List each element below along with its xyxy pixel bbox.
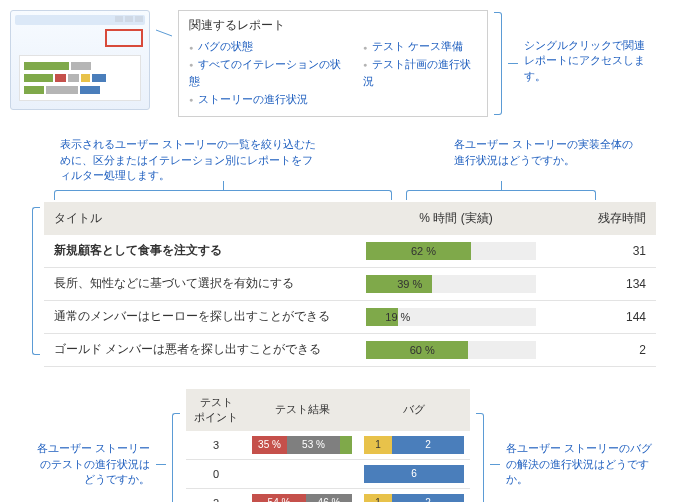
callout-bug-progress: 各ユーザー ストーリーのバグの解決の進行状況はどうですか。 bbox=[506, 441, 656, 487]
col-test-points: テスト ポイント bbox=[186, 389, 246, 431]
story-title: 長所、知性などに基づいて選択を有効にする bbox=[44, 267, 356, 300]
table-row: 254 %46 %12 bbox=[186, 488, 470, 502]
related-reports-title: 関連するレポート bbox=[189, 17, 477, 34]
story-progress-table: タイトル % 時間 (実績) 残存時間 新規顧客として食事を注文する62 %31… bbox=[44, 202, 656, 367]
test-result-bar: 54 %46 % bbox=[252, 494, 352, 502]
col-test-results: テスト結果 bbox=[246, 389, 358, 431]
col-remaining: 残存時間 bbox=[556, 202, 656, 235]
table-row: 06 bbox=[186, 459, 470, 488]
pct-bar-cell: 39 % bbox=[356, 267, 556, 300]
pct-bar: 39 % bbox=[366, 275, 536, 293]
table-row: 新規顧客として食事を注文する62 %31 bbox=[44, 235, 656, 268]
story-title: 新規顧客として食事を注文する bbox=[44, 235, 356, 268]
related-reports-panel: 関連するレポート バグの状態 すべてのイテレーションの状態 ストーリーの進行状況… bbox=[178, 10, 488, 117]
related-reports-col1: バグの状態 すべてのイテレーションの状態 ストーリーの進行状況 bbox=[189, 38, 345, 108]
pct-bar: 62 % bbox=[366, 242, 536, 260]
story-title: ゴールド メンバーは悪者を探し出すことができる bbox=[44, 333, 356, 366]
bug-bar: 6 bbox=[364, 465, 464, 483]
test-bug-table: テスト ポイント テスト結果 バグ 335 %53 %1206254 %46 %… bbox=[186, 389, 470, 502]
pct-bar-cell: 62 % bbox=[356, 235, 556, 268]
remaining-hours: 31 bbox=[556, 235, 656, 268]
bug-bar: 12 bbox=[364, 436, 464, 454]
related-reports-col2: テスト ケース準備 テスト計画の進行状況 bbox=[363, 38, 477, 108]
remaining-hours: 134 bbox=[556, 267, 656, 300]
callout-test-progress: 各ユーザー ストーリーのテストの進行状況はどうですか。 bbox=[30, 441, 150, 487]
col-title: タイトル bbox=[44, 202, 356, 235]
callout-progress: 各ユーザー ストーリーの実装全体の進行状況はどうですか。 bbox=[454, 137, 664, 183]
story-title: 通常のメンバーはヒーローを探し出すことができる bbox=[44, 300, 356, 333]
related-link[interactable]: テスト ケース準備 bbox=[363, 38, 477, 56]
related-link[interactable]: テスト計画の進行状況 bbox=[363, 56, 477, 91]
related-link[interactable]: バグの状態 bbox=[189, 38, 345, 56]
callout-single-click: シングルクリックで関連レポートにアクセスします。 bbox=[524, 10, 654, 84]
pct-bar-cell: 60 % bbox=[356, 333, 556, 366]
related-link[interactable]: ストーリーの進行状況 bbox=[189, 91, 345, 109]
pct-bar-cell: 19 % bbox=[356, 300, 556, 333]
window-thumbnail bbox=[10, 10, 150, 110]
table-row: ゴールド メンバーは悪者を探し出すことができる60 %2 bbox=[44, 333, 656, 366]
remaining-hours: 2 bbox=[556, 333, 656, 366]
col-bugs: バグ bbox=[358, 389, 470, 431]
svg-line-0 bbox=[156, 30, 172, 36]
pct-bar: 19 % bbox=[366, 308, 536, 326]
table-row: 長所、知性などに基づいて選択を有効にする39 %134 bbox=[44, 267, 656, 300]
table-row: 335 %53 %12 bbox=[186, 431, 470, 460]
related-link[interactable]: すべてのイテレーションの状態 bbox=[189, 56, 345, 91]
test-result-bar: 35 %53 % bbox=[252, 436, 352, 454]
remaining-hours: 144 bbox=[556, 300, 656, 333]
pct-bar: 60 % bbox=[366, 341, 536, 359]
callout-filter: 表示されるユーザー ストーリーの一覧を絞り込むために、区分またはイテレーション別… bbox=[60, 137, 320, 183]
col-pct: % 時間 (実績) bbox=[356, 202, 556, 235]
test-points: 3 bbox=[186, 431, 246, 460]
test-points: 0 bbox=[186, 459, 246, 488]
bug-bar: 12 bbox=[364, 494, 464, 502]
table-row: 通常のメンバーはヒーローを探し出すことができる19 %144 bbox=[44, 300, 656, 333]
highlight-box bbox=[105, 29, 143, 47]
test-points: 2 bbox=[186, 488, 246, 502]
